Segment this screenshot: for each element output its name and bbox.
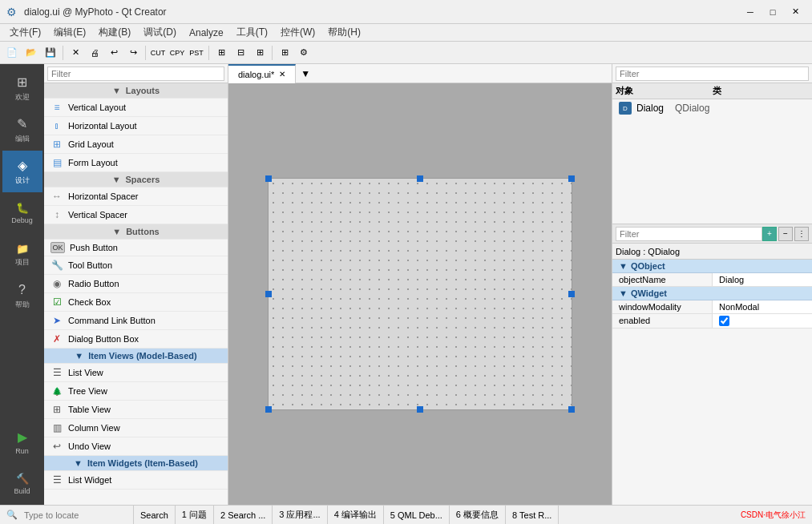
object-tree-row-dialog[interactable]: D Dialog QDialog <box>612 99 812 117</box>
minimize-button[interactable]: ─ <box>740 4 761 20</box>
resize-handle-tm[interactable] <box>417 175 423 182</box>
buttons-section-header[interactable]: ▼ Buttons <box>44 224 228 240</box>
status-item-test[interactable]: 8 Test R... <box>506 506 559 524</box>
toolbar-align-left[interactable]: ⊞ <box>212 44 230 62</box>
dialog-class-name: QDialog <box>675 103 709 114</box>
canvas-tab-dropdown[interactable]: ▼ <box>296 68 315 79</box>
layouts-section-header[interactable]: ▼ Layouts <box>44 83 228 99</box>
mode-welcome[interactable]: ⊞ 欢迎 <box>2 67 42 109</box>
menu-widgets[interactable]: 控件(W) <box>274 24 321 41</box>
props-section-qwidget[interactable]: ▼ QWidget <box>612 287 812 300</box>
class-col-header: 类 <box>713 85 810 97</box>
status-item-compile[interactable]: 4 编译输出 <box>328 506 384 524</box>
widget-filter-input[interactable] <box>47 67 224 81</box>
resize-handle-bl[interactable] <box>265 406 272 413</box>
command-link-button-label: Command Link Button <box>68 316 156 325</box>
status-search-button[interactable]: Search <box>134 506 176 524</box>
mode-projects[interactable]: 📁 项目 <box>2 234 42 276</box>
widget-tool-button[interactable]: 🔧 Tool Button <box>44 256 228 275</box>
column-view-icon: ▥ <box>50 421 63 434</box>
menu-file[interactable]: 文件(F) <box>3 24 47 41</box>
status-search-input[interactable] <box>21 510 133 520</box>
mode-debug[interactable]: 🐛 Debug <box>2 192 42 234</box>
toolbar-cut[interactable]: CUT <box>149 44 167 62</box>
mode-build-run[interactable]: 🔨 Build <box>2 463 42 505</box>
resize-handle-ml[interactable] <box>265 291 272 297</box>
toolbar-close-doc[interactable]: ✕ <box>67 44 84 62</box>
props-filter-input[interactable] <box>616 227 762 241</box>
resize-handle-bm[interactable] <box>417 406 423 413</box>
status-item-app[interactable]: 3 应用程... <box>273 506 327 524</box>
enabled-checkbox[interactable] <box>719 316 729 326</box>
widget-check-box[interactable]: ☑ Check Box <box>44 293 228 312</box>
toolbar-align-center[interactable]: ⊟ <box>232 44 249 62</box>
mode-edit[interactable]: ✎ 编辑 <box>2 109 42 151</box>
projects-icon: 📁 <box>16 243 29 255</box>
mode-design[interactable]: ◈ 设计 <box>2 151 42 192</box>
menu-debug[interactable]: 调试(D) <box>137 24 183 41</box>
menu-analyze[interactable]: Analyze <box>183 26 230 40</box>
props-menu-button[interactable]: ⋮ <box>794 227 809 241</box>
widget-form-layout[interactable]: ▤ Form Layout <box>44 154 228 172</box>
objectname-prop-value[interactable]: Dialog <box>713 273 812 286</box>
resize-handle-mr[interactable] <box>568 291 575 297</box>
status-item-problems[interactable]: 1 问题 <box>176 506 214 524</box>
widget-radio-button[interactable]: ◉ Radio Button <box>44 275 228 293</box>
widget-table-view[interactable]: ⊞ Table View <box>44 401 228 419</box>
maximize-button[interactable]: □ <box>762 4 783 20</box>
widget-dialog-button-box[interactable]: ✗ Dialog Button Box <box>44 330 228 349</box>
widget-column-view[interactable]: ▥ Column View <box>44 419 228 437</box>
widget-list-view[interactable]: ☰ List View <box>44 364 228 382</box>
resize-handle-tr[interactable] <box>568 175 575 182</box>
widget-list-widget[interactable]: ☰ List Widget <box>44 471 228 490</box>
status-item-search[interactable]: 2 Search ... <box>214 506 273 524</box>
widget-grid-layout[interactable]: ⊞ Grid Layout <box>44 135 228 154</box>
object-filter-bar <box>612 64 812 83</box>
toolbar-new[interactable]: 📄 <box>3 44 21 62</box>
menu-help[interactable]: 帮助(H) <box>321 24 367 41</box>
toolbar-paste[interactable]: PST <box>188 44 205 62</box>
widget-vertical-layout[interactable]: ≡ Vertical Layout <box>44 99 228 117</box>
menu-tools[interactable]: 工具(T) <box>230 24 274 41</box>
canvas-tab-close[interactable]: ✕ <box>279 70 285 79</box>
toolbar-settings[interactable]: ⚙ <box>295 44 313 62</box>
windowmodality-prop-value[interactable]: NonModal <box>713 300 812 313</box>
toolbar-grid[interactable]: ⊞ <box>276 44 293 62</box>
resize-handle-tl[interactable] <box>265 175 272 182</box>
menu-build[interactable]: 构建(B) <box>92 24 137 41</box>
spacers-section-header[interactable]: ▼ Spacers <box>44 172 228 187</box>
props-section-qobject[interactable]: ▼ QObject <box>612 260 812 273</box>
props-remove-button[interactable]: − <box>778 227 793 241</box>
props-row-enabled: enabled <box>612 314 812 329</box>
toolbar-print[interactable]: 🖨 <box>86 44 103 62</box>
toolbar-save[interactable]: 💾 <box>42 44 59 62</box>
item-widgets-section-header[interactable]: ▼ Item Widgets (Item-Based) <box>44 456 228 471</box>
item-views-section-header[interactable]: ▼ Item Views (Model-Based) <box>44 349 228 364</box>
widget-tree-view[interactable]: 🌲 Tree View <box>44 382 228 401</box>
toolbar-redo[interactable]: ↪ <box>124 44 142 62</box>
mode-help[interactable]: ? 帮助 <box>2 276 42 317</box>
canvas-tab-dialog[interactable]: dialog.ui* ✕ <box>228 64 296 83</box>
widget-push-button[interactable]: OK Push Button <box>44 240 228 256</box>
widget-undo-view[interactable]: ↩ Undo View <box>44 437 228 456</box>
toolbar-open[interactable]: 📂 <box>22 44 40 62</box>
status-item-overview[interactable]: 6 概要信息 <box>450 506 506 524</box>
check-box-icon: ☑ <box>50 296 63 308</box>
resize-handle-br[interactable] <box>568 406 575 413</box>
canvas-viewport[interactable] <box>228 83 612 505</box>
toolbar-copy[interactable]: CPY <box>168 44 186 62</box>
widget-horizontal-layout[interactable]: ⫾ Horizontal Layout <box>44 117 228 135</box>
widget-horizontal-spacer[interactable]: ↔ Horizontal Spacer <box>44 187 228 206</box>
props-add-button[interactable]: + <box>762 227 777 241</box>
widget-command-link-button[interactable]: ➤ Command Link Button <box>44 312 228 330</box>
status-item-qml[interactable]: 5 QML Deb... <box>384 506 450 524</box>
toolbar-align-right[interactable]: ⊞ <box>251 44 269 62</box>
close-button[interactable]: ✕ <box>785 4 806 20</box>
canvas-form[interactable] <box>268 178 572 410</box>
widget-vertical-spacer[interactable]: ↕ Vertical Spacer <box>44 206 228 224</box>
toolbar-undo[interactable]: ↩ <box>105 44 123 62</box>
menu-edit[interactable]: 编辑(E) <box>47 24 92 41</box>
enabled-prop-value[interactable] <box>713 314 812 328</box>
mode-debug2[interactable]: ▶ Run <box>2 421 42 463</box>
object-filter-input[interactable] <box>616 67 809 81</box>
